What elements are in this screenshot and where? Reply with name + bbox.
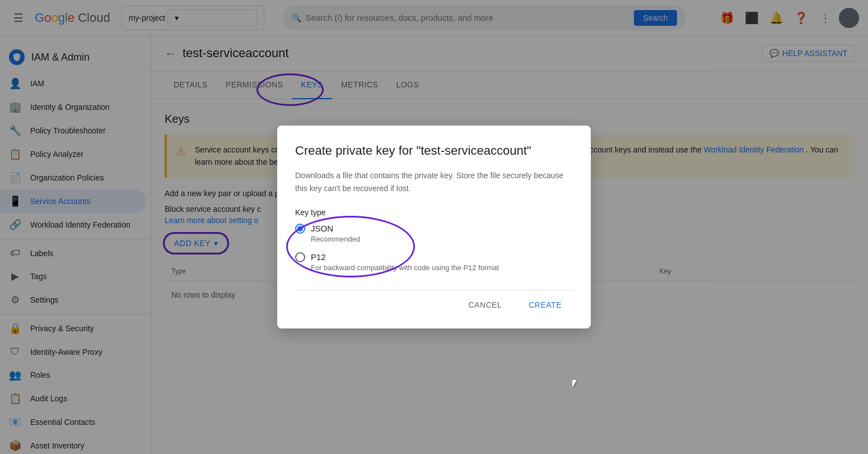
radio-json[interactable] xyxy=(295,224,305,234)
json-sublabel: Recommended xyxy=(311,235,573,243)
dialog-title: Create private key for "test-serviceacco… xyxy=(295,143,573,158)
key-type-options: JSON Recommended P12 For backward compat… xyxy=(295,224,573,272)
cancel-button[interactable]: CANCEL xyxy=(457,295,513,315)
create-button[interactable]: CREATE xyxy=(517,295,573,315)
key-type-label: Key type xyxy=(295,208,573,217)
p12-label: P12 xyxy=(311,252,326,262)
radio-p12[interactable] xyxy=(295,252,305,262)
key-option-p12[interactable]: P12 For backward compatibility with code… xyxy=(295,252,573,272)
dialog-actions: CANCEL CREATE xyxy=(295,290,573,315)
p12-sublabel: For backward compatibility with code usi… xyxy=(311,263,573,272)
dialog-description: Downloads a file that contains the priva… xyxy=(295,169,573,194)
dialog-overlay[interactable]: Create private key for "test-serviceacco… xyxy=(0,0,868,454)
key-option-json[interactable]: JSON Recommended xyxy=(295,224,573,243)
create-key-dialog: Create private key for "test-serviceacco… xyxy=(277,126,591,328)
json-label: JSON xyxy=(311,224,333,233)
